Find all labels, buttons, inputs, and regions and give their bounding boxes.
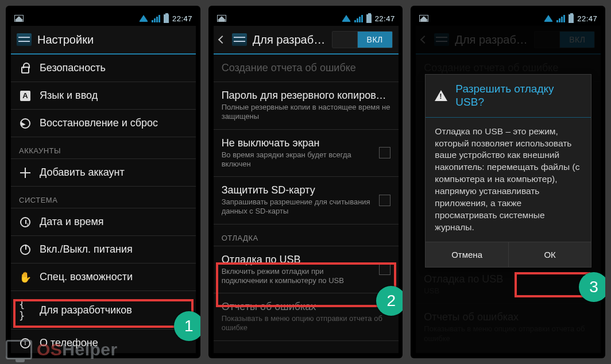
row-add-account[interactable]: Добавить аккаунт [11, 159, 196, 187]
settings-list: Безопасность A Язык и ввод Восстановлени… [11, 55, 196, 353]
label-usb-debugging: Отладка по USB [222, 254, 371, 266]
phone-frame-2: 22:47 Для разраб… ВКЛ Создание отчета об… [208, 6, 403, 358]
step-badge-1: 1 [174, 311, 200, 341]
cell-signal-icon [152, 15, 160, 22]
row-protect-sd[interactable]: Защитить SD-карту Запрашивать разрешение… [214, 177, 399, 224]
braces-icon: { } [19, 299, 32, 322]
label-protect-sd: Защитить SD-карту [222, 184, 371, 196]
row-accessibility[interactable]: ✋ Спец. возможности [11, 264, 196, 291]
wifi-icon [544, 15, 553, 22]
phone-frame-1: 22:47 Настройки Безопасность A Язык и вв… [6, 6, 200, 358]
back-icon[interactable] [218, 36, 226, 44]
battery-icon [569, 14, 574, 23]
row-date-time[interactable]: Дата и время [11, 208, 196, 236]
label-bug-report: Создание отчета об ошибке [222, 62, 390, 74]
warning-icon [435, 90, 447, 101]
label-language: Язык и ввод [40, 90, 188, 102]
settings-icon [17, 33, 32, 46]
checkbox-usb-debugging[interactable] [379, 264, 390, 275]
step-badge-2: 2 [376, 286, 403, 316]
toggle-on-label: ВКЛ [358, 32, 392, 48]
label-backup: Восстановление и сброс [40, 117, 188, 129]
phone-frame-3: 22:47 Для разраб… ВКЛ Создание отчета об… [411, 6, 605, 358]
row-backup-reset[interactable]: Восстановление и сброс [11, 110, 196, 137]
restore-icon [20, 118, 30, 129]
sub-stay-awake: Во время зарядки экран будет всегда вклю… [222, 150, 371, 169]
label-power: Вкл./Выкл. питания [40, 243, 188, 255]
settings-icon [232, 33, 247, 46]
label-about: О телефоне [40, 337, 188, 349]
label-stay-awake: Не выключать экран [222, 137, 371, 149]
status-clock: 22:47 [577, 14, 597, 23]
cell-signal-icon [556, 15, 565, 22]
clock-icon [20, 217, 30, 227]
checkbox-protect-sd[interactable] [379, 195, 390, 206]
dialog-title: Разрешить отладку USB? [455, 83, 582, 109]
label-datetime: Дата и время [40, 216, 188, 228]
page-title: Настройки [37, 33, 190, 47]
status-clock: 22:47 [172, 14, 192, 23]
cancel-button[interactable]: Отмена [426, 242, 508, 267]
row-stay-awake[interactable]: Не выключать экран Во время зарядки экра… [214, 130, 399, 177]
row-language-input[interactable]: A Язык и ввод [11, 82, 196, 110]
battery-icon [366, 14, 372, 23]
wifi-icon [139, 15, 148, 22]
screenshot-indicator-icon [217, 15, 226, 22]
sub-bug-report-menu: Показывать в меню опцию отправки отчета … [222, 314, 390, 333]
checkbox-stay-awake[interactable] [379, 147, 390, 158]
power-icon [20, 245, 30, 255]
sub-protect-sd: Запрашивать разрешение для считывания да… [222, 198, 371, 216]
row-backup-password[interactable]: Пароль для резервного копирования Полные… [214, 82, 399, 130]
row-bug-report-menu[interactable]: Отчеты об ошибках Показывать в меню опци… [214, 293, 399, 341]
info-icon: i [20, 338, 30, 348]
developer-options-list: Создание отчета об ошибке Пароль для рез… [214, 55, 399, 341]
label-developer: Для разработчиков [40, 304, 188, 316]
row-about-phone[interactable]: i О телефоне [11, 330, 196, 353]
app-header: Для разраб… ВКЛ [214, 26, 399, 55]
category-debug: ОТЛАДКА [214, 224, 399, 246]
hand-icon: ✋ [19, 272, 32, 282]
status-clock: 22:47 [375, 14, 395, 23]
wifi-icon [342, 15, 351, 22]
row-bug-report[interactable]: Создание отчета об ошибке [214, 55, 399, 82]
row-power-schedule[interactable]: Вкл./Выкл. питания [11, 236, 196, 264]
status-bar: 22:47 [214, 11, 399, 26]
developer-options-toggle[interactable]: ВКЛ [332, 31, 393, 48]
ok-button[interactable]: ОК [508, 242, 591, 267]
sub-backup-password: Полные резервные копии в настоящее время… [222, 103, 390, 122]
label-security: Безопасность [40, 62, 188, 74]
row-developer-options[interactable]: { } Для разработчиков [11, 291, 196, 330]
sub-usb-debugging: Включить режим отладки при подключении к… [222, 267, 371, 286]
dialog-body: Отладка по USB – это режим, который позв… [426, 118, 591, 236]
screenshot-indicator-icon [14, 15, 24, 22]
row-security[interactable]: Безопасность [11, 55, 196, 82]
screenshot-indicator-icon [419, 15, 428, 22]
lock-icon [21, 67, 29, 73]
cell-signal-icon [354, 15, 363, 22]
app-header: Настройки [11, 26, 196, 55]
step-badge-3: 3 [579, 272, 605, 302]
plus-icon [20, 168, 30, 178]
label-accessibility: Спец. возможности [40, 271, 188, 283]
label-backup-password: Пароль для резервного копирования [222, 90, 390, 102]
dialog-allow-usb-debugging: Разрешить отладку USB? Отладка по USB – … [425, 74, 591, 268]
status-bar: 22:47 [416, 11, 601, 26]
status-bar: 22:47 [11, 11, 196, 26]
category-system: СИСТЕМА [11, 187, 196, 208]
language-icon: A [20, 91, 30, 101]
label-bug-report-menu: Отчеты об ошибках [222, 301, 390, 313]
category-accounts: АККАУНТЫ [11, 137, 196, 159]
label-add-account: Добавить аккаунт [40, 166, 188, 179]
battery-icon [164, 14, 169, 23]
row-usb-debugging[interactable]: Отладка по USB Включить режим отладки пр… [214, 246, 399, 294]
page-title: Для разраб… [253, 33, 326, 47]
